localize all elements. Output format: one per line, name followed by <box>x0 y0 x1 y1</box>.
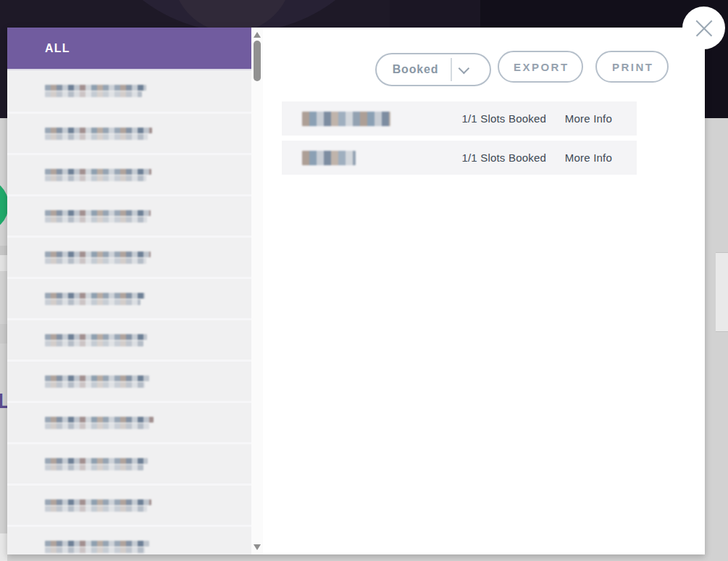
booking-row: 1/1 Slots Booked More Info <box>282 101 637 136</box>
redacted-line-1 <box>45 210 151 216</box>
redacted-booking-name <box>302 151 356 165</box>
redacted-line-1 <box>45 169 151 175</box>
redacted-line-1 <box>45 375 149 381</box>
redacted-line-2 <box>45 134 148 140</box>
redacted-line-2 <box>45 299 141 305</box>
sidebar-list-item[interactable] <box>7 318 251 360</box>
sidebar-list-item[interactable] <box>7 360 251 401</box>
redacted-booking-name <box>302 112 390 126</box>
redacted-line-2 <box>45 258 146 264</box>
background-band <box>0 246 7 255</box>
booking-rows: 1/1 Slots Booked More Info 1/1 Slots Boo… <box>282 101 637 180</box>
redacted-line-2 <box>45 217 147 223</box>
redacted-line-2 <box>45 341 143 346</box>
redacted-line-1 <box>45 541 149 547</box>
row-slots: 1/1 Slots Booked <box>461 112 546 125</box>
modal-main-area: Booked EXPORT PRINT 1/1 Slots Booked Mor… <box>263 28 705 554</box>
sidebar-list-item[interactable] <box>7 194 251 236</box>
sidebar-list-item[interactable] <box>7 236 251 277</box>
export-button-label: EXPORT <box>511 61 569 73</box>
export-button[interactable]: EXPORT <box>498 51 583 83</box>
print-button[interactable]: PRINT <box>595 51 669 83</box>
close-button[interactable] <box>682 7 725 49</box>
redacted-line-2 <box>45 547 145 553</box>
sidebar-all-label: ALL <box>45 42 70 55</box>
redacted-line-2 <box>45 423 149 429</box>
background-band <box>0 255 7 271</box>
chevron-down-icon <box>459 62 470 74</box>
redacted-line-2 <box>45 175 146 181</box>
close-icon <box>695 19 714 38</box>
sidebar-scrollbar[interactable] <box>251 28 263 554</box>
background-right-panel-edge <box>716 252 728 332</box>
sidebar-list-item[interactable] <box>7 525 251 554</box>
scrollbar-thumb[interactable] <box>254 41 261 81</box>
redacted-line-1 <box>45 499 151 505</box>
branch-list <box>7 69 251 554</box>
row-more-info[interactable]: More Info <box>564 151 612 164</box>
sidebar-list-item[interactable] <box>7 483 251 525</box>
sidebar-item-all[interactable]: ALL <box>7 28 251 69</box>
booked-filter-dropdown[interactable]: Booked <box>375 53 491 86</box>
print-button-label: PRINT <box>611 61 654 73</box>
sidebar-list-item[interactable] <box>7 401 251 442</box>
filter-sidebar: ALL <box>7 28 263 554</box>
redacted-line-1 <box>45 293 145 299</box>
booked-filter-label: Booked <box>393 63 438 76</box>
redacted-line-1 <box>45 458 148 464</box>
booking-row: 1/1 Slots Booked More Info <box>282 141 637 175</box>
redacted-line-1 <box>45 417 154 423</box>
redacted-line-2 <box>45 91 142 97</box>
sidebar-list-item[interactable] <box>7 277 251 318</box>
scroll-down-icon[interactable] <box>254 544 261 550</box>
redacted-line-2 <box>45 506 147 512</box>
redacted-line-2 <box>45 465 143 470</box>
redacted-line-1 <box>45 252 151 257</box>
sidebar-list-item[interactable] <box>7 70 251 112</box>
row-more-info[interactable]: More Info <box>564 112 612 125</box>
scroll-up-icon[interactable] <box>254 32 261 38</box>
row-slots: 1/1 Slots Booked <box>461 151 546 164</box>
redacted-line-1 <box>45 128 152 133</box>
dropdown-divider <box>451 58 452 81</box>
sidebar-list-item[interactable] <box>7 442 251 483</box>
background-band <box>0 324 7 344</box>
redacted-line-1 <box>45 85 146 91</box>
sidebar-list-item[interactable] <box>7 153 251 194</box>
redacted-line-2 <box>45 382 145 388</box>
booking-modal: ALL <box>7 28 705 554</box>
sidebar-list-item[interactable] <box>7 112 251 153</box>
redacted-line-1 <box>45 334 147 340</box>
background-band <box>0 533 7 561</box>
